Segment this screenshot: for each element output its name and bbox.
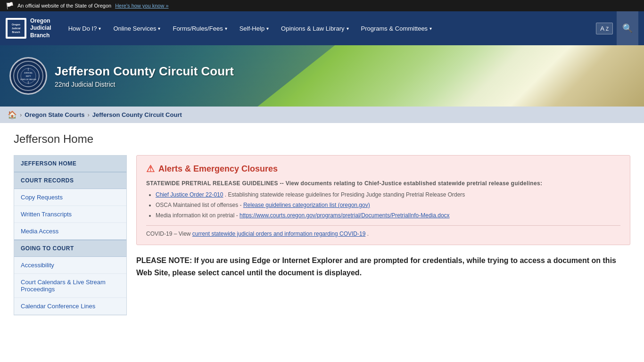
sidebar-item-written-transcripts[interactable]: Written Transcripts [14,206,126,223]
alert-box: ⚠ Alerts & Emergency Closures STATEWIDE … [136,155,630,245]
sidebar-item-calendar-conference-lines[interactable]: Calendar Conference Lines [14,298,126,315]
search-button[interactable]: 🔍 [617,11,638,45]
hero-text: Jefferson County Circuit Court 22nd Judi… [55,64,234,88]
search-icon: 🔍 [622,24,633,33]
sidebar-header-going-to-court[interactable]: GOING TO COURT [14,240,126,257]
breadcrumb-jefferson-county[interactable]: Jefferson County Circuit Court [92,111,182,118]
hero-district: 22nd Judicial District [55,81,234,88]
alert-title: ⚠ Alerts & Emergency Closures [146,163,620,174]
sidebar: JEFFERSON HOME COURT RECORDS Copy Reques… [14,155,127,315]
alert-covid-link[interactable]: current statewide judicial orders and in… [192,230,366,237]
svg-text:Branch: Branch [12,31,20,33]
svg-text:JUDICIAL: JUDICIAL [24,72,33,74]
svg-text:Judicial: Judicial [12,27,21,30]
chevron-icon: ▾ [158,26,160,31]
alert-list: Chief Justice Order 22-010 . Establishin… [146,190,620,220]
translate-button[interactable]: A Z [596,23,613,34]
chevron-icon: ▾ [225,26,227,31]
nav-online-services[interactable]: Online Services ▾ [107,11,166,45]
alert-list-item-3: Media information kit on pretrial - http… [156,211,620,220]
sidebar-item-copy-requests[interactable]: Copy Requests [14,189,126,206]
chevron-icon: ▾ [266,26,269,31]
home-icon[interactable]: 🏠 [8,110,17,119]
verify-link[interactable]: Here's how you know » [115,3,168,8]
main-content: ⚠ Alerts & Emergency Closures STATEWIDE … [136,155,630,279]
main-container: Jefferson Home JEFFERSON HOME COURT RECO… [6,123,638,325]
alert-covid: COVID-19 – View current statewide judici… [146,225,620,237]
nav-forms-rules-fees[interactable]: Forms/Rules/Fees ▾ [167,11,232,45]
nav-self-help[interactable]: Self-Help ▾ [234,11,274,45]
notice-box: PLEASE NOTE: If you are using Edge or In… [136,255,630,279]
logo-icon: Oregon Judicial Branch [6,18,26,39]
nav-right: A Z 🔍 [596,11,638,45]
alert-subtitle: STATEWIDE PRETRIAL RELEASE GUIDELINES --… [146,180,620,187]
hero-court-name: Jefferson County Circuit Court [55,64,234,79]
official-text: An official website of the State of Oreg… [17,3,111,8]
translate-label: Z [606,26,609,32]
chevron-icon: ▾ [347,26,349,31]
chevron-icon: ▾ [99,26,101,31]
breadcrumb-sep: › [20,111,22,118]
flag-icon: 🏳️ [6,2,14,9]
alert-cjo-link[interactable]: Chief Justice Order 22-010 [156,191,223,198]
hero-banner: JUDICIAL DEPT STATE OF OREGON Jefferson … [0,45,644,107]
notice-text: PLEASE NOTE: If you are using Edge or In… [136,255,630,279]
logo-text: Oregon Judicial Branch [30,17,51,40]
content-layout: JEFFERSON HOME COURT RECORDS Copy Reques… [14,155,630,315]
court-seal: JUDICIAL DEPT STATE OF OREGON [9,57,47,95]
alert-list-item-2: OSCA Maintained list of offenses - Relea… [156,201,620,209]
svg-text:STATE OF OREGON: STATE OF OREGON [20,79,36,81]
svg-text:Oregon: Oregon [12,23,20,26]
hero-content: JUDICIAL DEPT STATE OF OREGON Jefferson … [9,57,234,95]
sidebar-item-court-calendars[interactable]: Court Calendars & Live Stream Proceeding… [14,274,126,298]
alert-icon: ⚠ [146,163,155,174]
breadcrumb: 🏠 › Oregon State Courts › Jefferson Coun… [0,107,644,123]
chevron-icon: ▾ [429,26,432,31]
top-bar: 🏳️ An official website of the State of O… [0,0,644,11]
sidebar-item-media-access[interactable]: Media Access [14,223,126,240]
svg-text:DEPT: DEPT [26,75,31,77]
nav-opinions-law-library[interactable]: Opinions & Law Library ▾ [275,11,354,45]
sidebar-header-jefferson-home[interactable]: JEFFERSON HOME [14,156,126,173]
breadcrumb-oregon-state-courts[interactable]: Oregon State Courts [25,111,84,118]
nav-programs-committees[interactable]: Programs & Committees ▾ [355,11,438,45]
sidebar-header-court-records[interactable]: COURT RECORDS [14,173,126,189]
page-title: Jefferson Home [14,132,630,146]
alert-pretrial-info-link[interactable]: https://www.courts.oregon.gov/programs/p… [239,212,450,219]
sidebar-item-accessibility[interactable]: Accessibility [14,257,126,274]
alert-list-item-1: Chief Justice Order 22-010 . Establishin… [156,190,620,199]
nav-items: How Do I? ▾ Online Services ▾ Forms/Rule… [63,11,596,45]
main-nav: Oregon Judicial Branch Oregon Judicial B… [0,11,644,45]
nav-how-do-i[interactable]: How Do I? ▾ [63,11,107,45]
translate-icon: A [600,25,604,32]
breadcrumb-sep-2: › [87,111,89,118]
seal-inner: JUDICIAL DEPT STATE OF OREGON [13,61,43,91]
alert-release-guidelines-link[interactable]: Release guidelines categorization list (… [243,202,370,208]
nav-logo[interactable]: Oregon Judicial Branch Oregon Judicial B… [6,17,51,40]
